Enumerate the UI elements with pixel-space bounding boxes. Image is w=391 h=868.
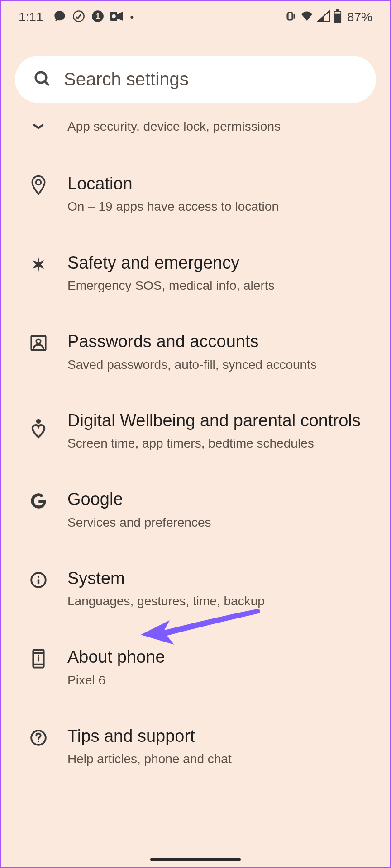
search-icon bbox=[33, 70, 51, 90]
search-container: Search settings bbox=[1, 33, 390, 108]
item-content: System Languages, gestures, time, backup bbox=[67, 567, 376, 610]
battery-percent: 87% bbox=[347, 10, 372, 24]
status-right: 87% bbox=[284, 9, 372, 25]
svg-line-12 bbox=[45, 81, 49, 85]
wifi-icon bbox=[300, 10, 314, 24]
item-content: Location On – 19 apps have access to loc… bbox=[67, 173, 376, 216]
item-title: Safety and emergency bbox=[67, 252, 376, 274]
cloud-check-icon bbox=[72, 10, 85, 24]
item-title: Google bbox=[67, 488, 376, 510]
search-placeholder: Search settings bbox=[64, 69, 189, 90]
google-icon bbox=[29, 491, 48, 511]
settings-item-location[interactable]: Location On – 19 apps have access to loc… bbox=[6, 155, 385, 234]
svg-point-13 bbox=[36, 180, 41, 185]
svg-rect-8 bbox=[336, 9, 339, 11]
signal-icon bbox=[317, 10, 330, 24]
search-bar[interactable]: Search settings bbox=[15, 56, 376, 103]
settings-item-support[interactable]: Tips and support Help articles, phone an… bbox=[6, 707, 385, 786]
settings-item-google[interactable]: Google Services and preferences bbox=[6, 470, 385, 549]
item-subtitle: Screen time, app timers, bedtime schedul… bbox=[67, 434, 376, 452]
svg-text:1: 1 bbox=[95, 12, 100, 21]
item-content: App security, device lock, permissions bbox=[67, 118, 376, 135]
svg-point-19 bbox=[38, 576, 39, 578]
navigation-hint-bar[interactable] bbox=[150, 858, 241, 861]
svg-point-24 bbox=[38, 655, 39, 656]
svg-point-26 bbox=[38, 741, 39, 742]
status-bar: 1:11 1 • 87% bbox=[1, 1, 390, 33]
dot-icon: • bbox=[130, 12, 134, 22]
item-content: Google Services and preferences bbox=[67, 488, 376, 531]
item-subtitle: Services and preferences bbox=[67, 514, 376, 531]
wellbeing-icon bbox=[29, 419, 48, 439]
svg-rect-5 bbox=[288, 13, 292, 20]
location-icon bbox=[29, 175, 48, 195]
item-content: Passwords and accounts Saved passwords, … bbox=[67, 330, 376, 373]
outlook-icon bbox=[110, 10, 124, 24]
settings-item-passwords[interactable]: Passwords and accounts Saved passwords, … bbox=[6, 312, 385, 392]
item-title: Passwords and accounts bbox=[67, 330, 376, 353]
svg-point-11 bbox=[36, 72, 46, 82]
status-left: 1:11 1 • bbox=[19, 10, 134, 24]
vibrate-icon bbox=[284, 10, 296, 24]
phone-info-icon bbox=[29, 649, 48, 669]
settings-item-system[interactable]: System Languages, gestures, time, backup bbox=[6, 549, 385, 628]
battery-icon bbox=[334, 9, 342, 25]
item-title: System bbox=[67, 567, 376, 590]
item-title: About phone bbox=[67, 646, 376, 668]
chat-icon bbox=[53, 10, 66, 24]
item-content: About phone Pixel 6 bbox=[67, 646, 376, 689]
notification-badge-icon: 1 bbox=[91, 10, 104, 24]
item-subtitle: Pixel 6 bbox=[67, 671, 376, 689]
settings-list: App security, device lock, permissions L… bbox=[1, 108, 390, 786]
svg-point-4 bbox=[112, 14, 116, 19]
item-subtitle: App security, device lock, permissions bbox=[67, 118, 376, 135]
settings-item-about[interactable]: About phone Pixel 6 bbox=[6, 628, 385, 707]
svg-point-15 bbox=[36, 339, 41, 344]
settings-item-wellbeing[interactable]: Digital Wellbeing and parental controls … bbox=[6, 392, 385, 471]
help-icon bbox=[29, 728, 48, 748]
asterisk-icon bbox=[29, 255, 48, 274]
status-time: 1:11 bbox=[19, 10, 43, 24]
chevron-down-icon bbox=[29, 117, 48, 137]
settings-item-safety[interactable]: Safety and emergency Emergency SOS, medi… bbox=[6, 234, 385, 313]
item-title: Tips and support bbox=[67, 725, 376, 747]
info-icon bbox=[29, 570, 48, 590]
item-subtitle: Emergency SOS, medical info, alerts bbox=[67, 277, 376, 294]
account-box-icon bbox=[29, 333, 48, 353]
item-title: Location bbox=[67, 173, 376, 195]
item-subtitle: Languages, gestures, time, backup bbox=[67, 592, 376, 610]
item-title: Digital Wellbeing and parental controls bbox=[67, 410, 376, 432]
item-subtitle: On – 19 apps have access to location bbox=[67, 198, 376, 215]
item-content: Digital Wellbeing and parental controls … bbox=[67, 410, 376, 453]
item-subtitle: Help articles, phone and chat bbox=[67, 750, 376, 768]
item-subtitle: Saved passwords, auto-fill, synced accou… bbox=[67, 356, 376, 373]
settings-item-security[interactable]: App security, device lock, permissions bbox=[6, 108, 385, 155]
svg-point-16 bbox=[36, 419, 41, 423]
item-content: Tips and support Help articles, phone an… bbox=[67, 725, 376, 768]
item-content: Safety and emergency Emergency SOS, medi… bbox=[67, 252, 376, 295]
svg-rect-10 bbox=[335, 12, 341, 13]
